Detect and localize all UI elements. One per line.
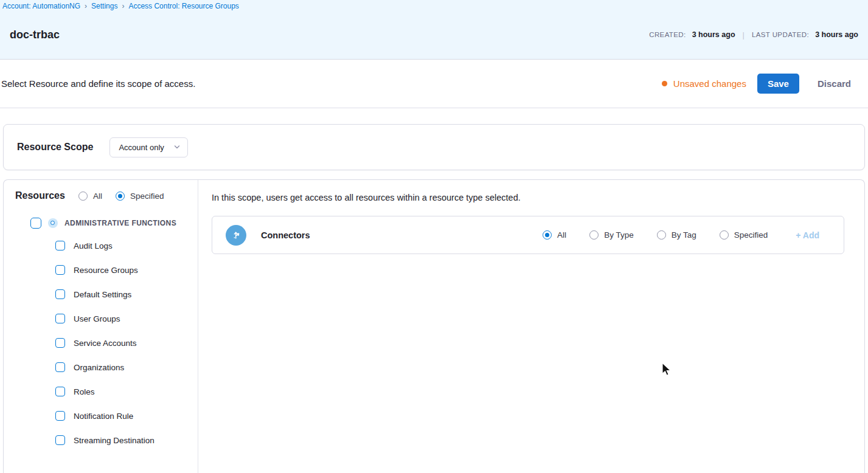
tree-item-service-accounts[interactable]: Service Accounts xyxy=(4,331,198,355)
tree-item-label: Roles xyxy=(74,387,95,396)
checkbox[interactable] xyxy=(55,411,65,421)
tree-item-label: Organizations xyxy=(74,363,124,372)
tree-items: Audit Logs Resource Groups Default Setti… xyxy=(4,233,198,452)
resources-card: Resources All Specified ADMINISTRATIVE xyxy=(3,179,865,473)
checkbox[interactable] xyxy=(55,289,65,299)
connectors-specified-radio[interactable]: Specified xyxy=(720,230,768,240)
created-value: 3 hours ago xyxy=(692,30,735,39)
unsaved-changes-badge: Unsaved changes xyxy=(662,78,746,89)
tree-item-streaming-destination[interactable]: Streaming Destination xyxy=(4,428,198,452)
chevron-right-icon: › xyxy=(85,2,87,10)
toolbar: Select Resource and define its scope of … xyxy=(0,60,868,108)
resource-scope-card: Resource Scope Account only xyxy=(3,124,865,170)
tree-item-label: Default Settings xyxy=(74,290,131,299)
resource-scope-dropdown-value: Account only xyxy=(119,143,164,152)
last-updated-value: 3 hours ago xyxy=(815,30,858,39)
tree-item-roles[interactable]: Roles xyxy=(4,379,198,404)
tree-item-label: Resource Groups xyxy=(74,266,138,275)
tree-item-label: Service Accounts xyxy=(74,339,137,348)
chevron-right-icon: › xyxy=(122,2,124,10)
checkbox[interactable] xyxy=(55,241,65,250)
group-label: ADMINISTRATIVE FUNCTIONS xyxy=(64,219,176,227)
tree-item-label: Audit Logs xyxy=(74,241,113,250)
radio-label: All xyxy=(557,230,566,240)
tree-item-organizations[interactable]: Organizations xyxy=(4,355,198,379)
page-header: Account: AutomationNG › Settings › Acces… xyxy=(0,0,868,60)
radio-label: Specified xyxy=(734,230,768,240)
orange-dot-icon xyxy=(662,81,667,86)
tree-item-label: Streaming Destination xyxy=(74,436,155,445)
resource-scope-label: Resource Scope xyxy=(17,142,93,153)
access-control-page: Account: AutomationNG › Settings › Acces… xyxy=(0,0,868,473)
scope-detail-pane: In this scope, users get access to all r… xyxy=(198,180,864,473)
breadcrumb-account-link[interactable]: Account: AutomationNG xyxy=(2,2,80,10)
connector-icon xyxy=(226,225,246,246)
resources-mode-all-radio[interactable]: All xyxy=(78,192,102,201)
tree-group-administrative-functions[interactable]: ADMINISTRATIVE FUNCTIONS xyxy=(4,218,198,229)
checkbox[interactable] xyxy=(55,338,65,348)
tree-item-default-settings[interactable]: Default Settings xyxy=(4,282,198,306)
tree-item-user-groups[interactable]: User Groups xyxy=(4,306,198,331)
radio-icon-selected[interactable] xyxy=(543,230,552,240)
header-row: doc-trbac CREATED: 3 hours ago | LAST UP… xyxy=(0,10,868,59)
timestamps: CREATED: 3 hours ago | LAST UPDATED: 3 h… xyxy=(649,30,858,40)
created-label: CREATED: xyxy=(649,31,686,38)
discard-button[interactable]: Discard xyxy=(818,78,851,89)
radio-label: Specified xyxy=(130,192,164,201)
toolbar-description: Select Resource and define its scope of … xyxy=(1,78,195,89)
radio-icon[interactable] xyxy=(589,230,599,240)
meta-divider: | xyxy=(741,30,746,40)
last-updated-label: LAST UPDATED: xyxy=(752,31,809,38)
radio-icon-selected[interactable] xyxy=(116,192,125,201)
resources-tree-pane: Resources All Specified ADMINISTRATIVE xyxy=(4,180,198,473)
toolbar-actions: Unsaved changes Save Discard xyxy=(662,74,851,94)
radio-icon[interactable] xyxy=(78,192,88,201)
checkbox[interactable] xyxy=(55,435,65,445)
resources-title: Resources xyxy=(15,190,78,201)
radio-label: By Type xyxy=(604,230,634,240)
chevron-down-icon xyxy=(174,144,180,150)
resource-scope-dropdown[interactable]: Account only xyxy=(109,137,187,157)
radio-icon[interactable] xyxy=(720,230,729,240)
connectors-by-tag-radio[interactable]: By Tag xyxy=(657,230,696,240)
checkbox[interactable] xyxy=(55,265,65,275)
tree-item-label: Notification Rule xyxy=(74,412,133,421)
connectors-by-type-radio[interactable]: By Type xyxy=(589,230,634,240)
tree-item-label: User Groups xyxy=(74,314,120,323)
group-checkbox[interactable] xyxy=(30,218,41,229)
radio-label: By Tag xyxy=(672,230,696,240)
scope-description: In this scope, users get access to all r… xyxy=(212,193,844,202)
main-content: Resource Scope Account only Resources Al… xyxy=(0,108,868,473)
radio-icon[interactable] xyxy=(657,230,666,240)
save-button[interactable]: Save xyxy=(757,74,799,94)
connectors-all-radio[interactable]: All xyxy=(543,230,566,240)
breadcrumb-resource-groups-link[interactable]: Access Control: Resource Groups xyxy=(128,2,238,10)
tree-item-resource-groups[interactable]: Resource Groups xyxy=(4,258,198,282)
breadcrumb-settings-link[interactable]: Settings xyxy=(91,2,117,10)
add-resources-link[interactable]: + Add xyxy=(796,230,819,240)
checkbox[interactable] xyxy=(55,314,65,323)
checkbox[interactable] xyxy=(55,387,65,396)
tree-item-notification-rule[interactable]: Notification Rule xyxy=(4,404,198,428)
resources-mode-specified-radio[interactable]: Specified xyxy=(116,192,164,201)
connectors-row: Connectors All By Type By Tag xyxy=(212,216,844,254)
page-title: doc-trbac xyxy=(10,29,60,41)
unsaved-changes-label: Unsaved changes xyxy=(673,78,746,89)
tree-item-audit-logs[interactable]: Audit Logs xyxy=(4,233,198,258)
radio-label: All xyxy=(93,192,102,201)
checkbox[interactable] xyxy=(55,362,65,372)
resources-header: Resources All Specified xyxy=(4,190,198,201)
dot-circle-icon[interactable] xyxy=(48,218,58,228)
breadcrumb: Account: AutomationNG › Settings › Acces… xyxy=(0,0,868,10)
resources-tree: ADMINISTRATIVE FUNCTIONS Audit Logs Reso… xyxy=(4,201,198,452)
connectors-scope-radios: All By Type By Tag Specified xyxy=(543,230,768,240)
connectors-label: Connectors xyxy=(261,230,310,240)
